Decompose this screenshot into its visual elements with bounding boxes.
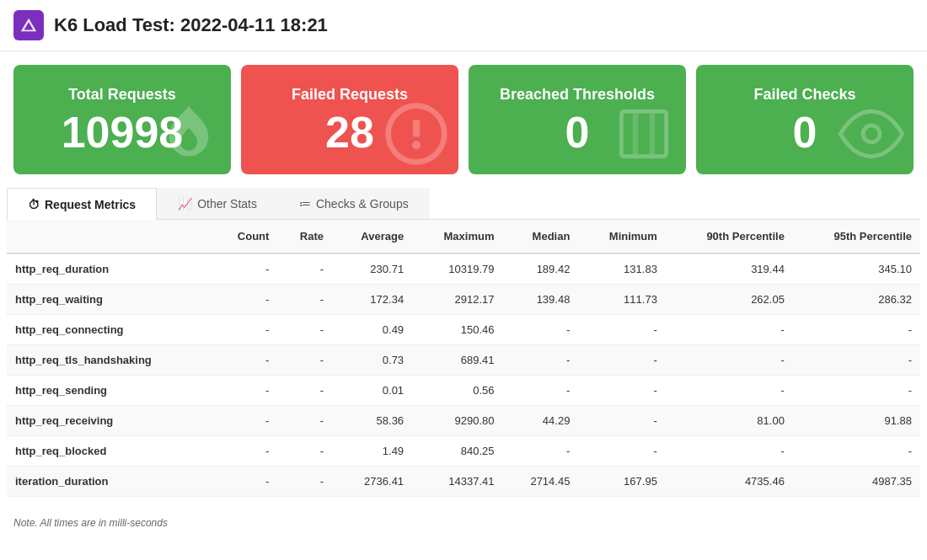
metrics-table: Count Rate Average Maximum Median Minimu… [7,220,920,497]
cell-average: 1.49 [332,436,412,467]
col-header-average: Average [332,220,412,253]
cell-p90: 262.05 [666,285,793,315]
cell-median: 2714.45 [502,467,578,497]
cell-rate: - [277,406,332,436]
cell-rate: - [277,376,332,406]
col-header-minimum: Minimum [578,220,665,253]
cell-name: http_req_blocked [7,436,212,467]
cell-average: 172.34 [332,285,412,315]
cell-p90: 81.00 [666,406,793,436]
cell-p95: - [793,436,920,467]
cell-count: - [212,345,277,376]
cell-name: http_req_tls_handshaking [7,345,212,376]
cell-median: - [502,376,578,406]
cell-p90: 4735.46 [666,467,793,497]
cell-p95: 4987.35 [793,467,920,497]
table-row: http_req_receiving - - 58.36 9290.80 44.… [7,406,920,436]
cell-count: - [212,253,277,285]
cell-p95: 286.32 [793,285,920,315]
cell-rate: - [277,436,332,467]
table-row: iteration_duration - - 2736.41 14337.41 … [7,467,920,497]
cell-average: 230.71 [332,253,412,285]
failed-checks-value: 0 [793,110,817,154]
cell-name: http_req_receiving [7,406,212,436]
cell-count: - [212,467,277,497]
cell-median: 139.48 [502,285,578,315]
cell-name: http_req_waiting [7,285,212,315]
cell-maximum: 2912.17 [412,285,502,315]
cell-minimum: 167.95 [578,467,665,497]
cell-name: iteration_duration [7,467,212,497]
cell-maximum: 689.41 [412,345,502,376]
cell-p90: - [666,345,793,376]
col-header-median: Median [502,220,578,253]
cell-p90: 319.44 [666,253,793,285]
cell-p95: - [793,345,920,376]
list-icon: ≔ [299,197,311,211]
table-row: http_req_connecting - - 0.49 150.46 - - … [7,315,920,345]
failed-requests-value: 28 [325,110,374,154]
cell-median: - [502,345,578,376]
cell-maximum: 10319.79 [412,253,502,285]
cell-p90: - [666,315,793,345]
cell-minimum: - [578,315,665,345]
app-logo [13,10,44,40]
tab-bar: ⏱ Request Metrics 📈 Other Stats ≔ Checks… [7,188,920,220]
tab-other-stats[interactable]: 📈 Other Stats [157,188,278,219]
cell-minimum: - [578,406,665,436]
warning-circle-icon [383,100,450,170]
cell-minimum: - [578,376,665,406]
flame-icon [155,100,222,170]
breached-thresholds-card: Breached Thresholds 0 [469,65,686,174]
table-header-row: Count Rate Average Maximum Median Minimu… [7,220,920,253]
table-note: Note. All times are in milli-seconds [0,510,927,536]
tab-request-metrics[interactable]: ⏱ Request Metrics [7,188,157,220]
cell-average: 0.73 [332,345,412,376]
col-header-maximum: Maximum [412,220,502,253]
cell-maximum: 0.56 [412,376,502,406]
cell-minimum: - [578,345,665,376]
target-icon [610,100,678,170]
total-requests-card: Total Requests 10998 [13,65,231,174]
table-row: http_req_tls_handshaking - - 0.73 689.41… [7,345,920,376]
col-header-count: Count [212,220,277,253]
cell-maximum: 840.25 [412,436,502,467]
page-title: K6 Load Test: 2022-04-11 18:21 [54,14,328,36]
cell-minimum: - [578,436,665,467]
table-row: http_req_waiting - - 172.34 2912.17 139.… [7,285,920,315]
cell-maximum: 9290.80 [412,406,502,436]
tab-checks-groups[interactable]: ≔ Checks & Groups [278,188,430,219]
cell-count: - [212,315,277,345]
svg-point-4 [412,141,421,149]
svg-rect-6 [633,111,639,156]
failed-requests-card: Failed Requests 28 [241,65,458,174]
cell-median: 44.29 [502,406,578,436]
cell-p95: - [793,376,920,406]
cell-average: 0.01 [332,376,412,406]
cell-count: - [212,376,277,406]
svg-point-8 [863,125,880,142]
cell-p90: - [666,376,793,406]
cell-count: - [212,406,277,436]
col-header-p90: 90th Percentile [666,220,793,253]
col-header-rate: Rate [277,220,332,253]
cell-rate: - [277,285,332,315]
cell-maximum: 14337.41 [412,467,502,497]
cell-p95: 91.88 [793,406,920,436]
cell-rate: - [277,253,332,285]
cell-rate: - [277,315,332,345]
chart-icon: 📈 [178,197,192,211]
cell-name: http_req_duration [7,253,212,285]
cell-average: 58.36 [332,406,412,436]
cell-count: - [212,285,277,315]
svg-rect-5 [621,111,666,156]
failed-checks-card: Failed Checks 0 [696,65,914,174]
cell-name: http_req_connecting [7,315,212,345]
cell-median: - [502,315,578,345]
col-header-name [7,220,212,253]
cell-p95: - [793,315,920,345]
svg-rect-7 [650,111,656,156]
metrics-table-container: Count Rate Average Maximum Median Minimu… [0,220,927,510]
cell-minimum: 111.73 [578,285,665,315]
cell-minimum: 131.83 [578,253,665,285]
